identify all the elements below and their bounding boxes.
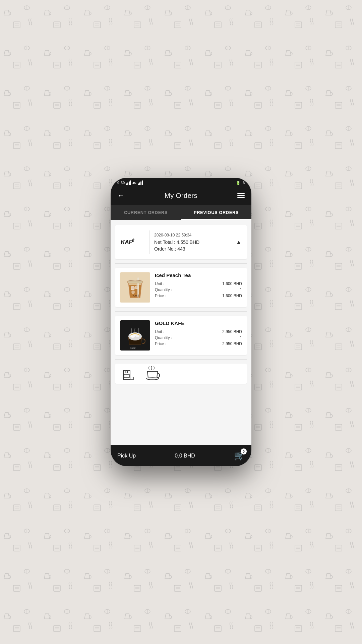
time-display: 9:59	[117, 181, 125, 185]
svg-rect-22	[124, 374, 129, 378]
collapse-button[interactable]: ▲	[236, 239, 241, 245]
item-unit-row: Unit : 1.600 BHD	[155, 281, 242, 286]
quantity-value-2: 1	[240, 335, 242, 340]
order-number: Order No.: 443	[154, 246, 231, 252]
battery-icon: 🔋	[236, 181, 241, 185]
partial-item-image	[120, 367, 140, 380]
unit-value-2: 2.950 BHD	[222, 329, 242, 334]
gold-kafe-svg: KAFÉ	[120, 320, 150, 351]
menu-line-2	[237, 195, 245, 196]
coffee-machine-icon	[122, 367, 138, 380]
total-amount: 0.0 BHD	[175, 453, 195, 459]
tab-previous-orders[interactable]: PREVIOUS ORDERS	[181, 205, 251, 220]
order-total: Net Total : 4.550 BHD	[154, 239, 231, 245]
status-bar: 9:59 4G 🔋 3	[111, 178, 251, 187]
tabs-container: CURRENT ORDERS PREVIOUS ORDERS	[111, 205, 251, 220]
item-details-iced-tea: Iced Peach Tea Unit : 1.600 BHD Quantity…	[155, 272, 242, 303]
status-left: 9:59 4G	[117, 180, 143, 185]
kafe-logo-text: KAFÉ	[121, 239, 134, 246]
partial-item-image-2	[144, 367, 161, 380]
order-info: 2020-08-10 22:59:34 Net Total : 4.550 BH…	[154, 233, 231, 252]
signal-icon-2	[138, 180, 143, 185]
brand-logo: KAFÉ	[121, 239, 144, 246]
menu-button[interactable]	[237, 193, 245, 198]
section-divider-2	[115, 311, 247, 312]
status-right: 🔋 3	[236, 181, 245, 185]
item-price-row: Price : 1.600 BHD	[155, 293, 242, 298]
quantity-value: 1	[240, 287, 242, 292]
vertical-divider	[149, 230, 149, 254]
bottom-spacer	[111, 384, 251, 387]
unit-value: 1.600 BHD	[222, 281, 242, 286]
battery-level: 3	[243, 181, 245, 185]
iced-tea-illustration: KAFÉ	[120, 272, 150, 303]
quantity-label-2: Quantity :	[155, 335, 172, 340]
price-label-2: Price :	[155, 341, 166, 346]
svg-text:KAFÉ: KAFÉ	[130, 347, 136, 349]
app-header: ← My Orders	[111, 187, 251, 205]
order-item-gold-kafe: KAFÉ GOLD KAFÉ Unit : 2.950 BHD Quantity…	[115, 316, 247, 355]
svg-rect-12	[132, 291, 134, 293]
svg-rect-10	[131, 286, 134, 290]
network-icon: 4G	[132, 181, 136, 184]
svg-rect-21	[123, 370, 130, 380]
price-label: Price :	[155, 293, 166, 298]
main-content: KAFÉ 2020-08-10 22:59:34 Net Total : 4.5…	[111, 220, 251, 445]
order-card: KAFÉ 2020-08-10 22:59:34 Net Total : 4.5…	[115, 225, 247, 259]
price-value-2: 2.950 BHD	[222, 341, 242, 346]
unit-label: Unit :	[155, 281, 164, 286]
phone-screen: 9:59 4G 🔋 3	[111, 178, 251, 466]
unit-label-2: Unit :	[155, 329, 164, 334]
menu-line-3	[237, 197, 245, 198]
pickup-label: Pick Up	[117, 453, 136, 459]
section-divider-3	[115, 359, 247, 360]
item-name-gold-kafe: GOLD KAFÉ	[155, 320, 242, 326]
section-divider	[115, 263, 247, 264]
item-details-gold-kafe: GOLD KAFÉ Unit : 2.950 BHD Quantity : 1 …	[155, 320, 242, 351]
price-value: 1.600 BHD	[222, 293, 242, 298]
order-item-iced-peach-tea: KAFÉ Iced Peach Tea Unit : 1.600 BHD Qua…	[115, 268, 247, 307]
gold-kafe-illustration: KAFÉ	[120, 320, 150, 351]
cart-badge: 0	[241, 448, 247, 454]
order-date: 2020-08-10 22:59:34	[154, 233, 231, 237]
svg-text:KAFÉ: KAFÉ	[133, 294, 139, 297]
tab-current-orders[interactable]: CURRENT ORDERS	[111, 205, 181, 220]
phone-frame: 9:59 4G 🔋 3	[111, 178, 251, 466]
item-name-iced-tea: Iced Peach Tea	[155, 272, 242, 278]
item-unit-row-2: Unit : 2.950 BHD	[155, 329, 242, 334]
menu-line-1	[237, 193, 245, 194]
cart-button[interactable]: 🛒 0	[234, 450, 245, 461]
svg-point-23	[126, 371, 128, 373]
item-image-iced-tea: KAFÉ	[120, 272, 150, 303]
bottom-bar: Pick Up 0.0 BHD 🛒 0	[111, 445, 251, 466]
item-image-gold-kafe: KAFÉ	[120, 320, 150, 351]
back-button[interactable]: ←	[117, 191, 125, 200]
item-price-row-2: Price : 2.950 BHD	[155, 341, 242, 346]
item-quantity-row: Quantity : 1	[155, 287, 242, 292]
svg-rect-14	[127, 281, 143, 283]
page-title: My Orders	[165, 192, 197, 200]
item-quantity-row-2: Quantity : 1	[155, 335, 242, 340]
signal-icon	[126, 180, 131, 185]
quantity-label: Quantity :	[155, 287, 172, 292]
hot-cup-icon	[144, 366, 161, 381]
order-item-partial	[115, 364, 247, 384]
